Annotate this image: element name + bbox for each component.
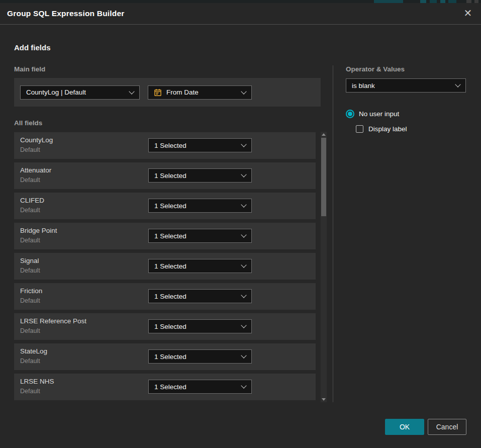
dialog-titlebar: Group SQL Expression Builder ✕ [0, 3, 481, 25]
dialog-title: Group SQL Expression Builder [7, 9, 125, 18]
close-icon[interactable]: ✕ [462, 8, 474, 20]
field-row: StateLog Default 1 Selected [14, 343, 316, 370]
field-name: CLIFED [20, 197, 44, 204]
field-name: LRSE Reference Post [20, 317, 86, 325]
no-user-input-radio[interactable] [346, 110, 354, 118]
field-sublabel: Default [20, 176, 40, 184]
field-sublabel: Default [20, 388, 40, 395]
field-sublabel: Default [20, 357, 40, 365]
main-field-panel: CountyLog | Default From Date [14, 78, 321, 107]
field-selected-value: 1 Selected [154, 202, 242, 210]
field-selected-dropdown[interactable]: 1 Selected [148, 289, 252, 303]
all-fields-list: CountyLog Default 1 Selected Attenuator … [14, 132, 316, 404]
main-field-label: Main field [14, 65, 45, 73]
field-row: LRSE NHS Default 1 Selected [14, 374, 316, 400]
calendar-icon [154, 88, 162, 97]
dialog-body: Add fields Main field CountyLog | Defaul… [0, 25, 481, 448]
field-sublabel: Default [20, 207, 40, 214]
field-selected-value: 1 Selected [154, 293, 242, 300]
field-name: Friction [20, 287, 42, 295]
field-selected-value: 1 Selected [154, 383, 242, 391]
chevron-down-icon [129, 88, 134, 94]
field-selected-dropdown[interactable]: 1 Selected [148, 319, 252, 333]
group-sql-expression-builder-dialog: Group SQL Expression Builder ✕ Add field… [0, 0, 481, 448]
chevron-down-icon [241, 292, 246, 298]
field-selected-dropdown[interactable]: 1 Selected [148, 229, 252, 243]
display-label-checkbox[interactable] [356, 125, 363, 133]
field-selected-value: 1 Selected [154, 353, 242, 361]
field-name: CountyLog [20, 136, 53, 144]
main-field-field-value: From Date [166, 88, 242, 96]
chevron-down-icon [241, 262, 246, 267]
field-selected-value: 1 Selected [154, 262, 242, 270]
operator-select-value: is blank [352, 82, 456, 89]
field-sublabel: Default [20, 237, 40, 244]
field-name: Bridge Point [20, 227, 57, 234]
field-selected-value: 1 Selected [154, 232, 242, 240]
field-row: CountyLog Default 1 Selected [14, 132, 316, 159]
field-row: Attenuator Default 1 Selected [14, 162, 316, 189]
field-sublabel: Default [20, 146, 40, 153]
field-row: Signal Default 1 Selected [14, 253, 316, 280]
field-row: Friction Default 1 Selected [14, 283, 316, 310]
operator-select[interactable]: is blank [346, 78, 466, 93]
field-sublabel: Default [20, 267, 40, 274]
field-name: StateLog [20, 347, 47, 355]
field-selected-value: 1 Selected [154, 172, 242, 180]
field-sublabel: Default [20, 297, 40, 304]
scrollbar-down-arrow-icon[interactable] [322, 398, 326, 401]
field-name: Signal [20, 257, 39, 264]
chevron-down-icon [241, 322, 246, 328]
chevron-down-icon [241, 88, 246, 94]
ok-button[interactable]: OK [385, 419, 424, 435]
field-selected-value: 1 Selected [154, 323, 242, 330]
field-selected-dropdown[interactable]: 1 Selected [148, 259, 252, 273]
operator-values-label: Operator & Values [346, 65, 405, 73]
main-field-source-select[interactable]: CountyLog | Default [20, 85, 140, 100]
field-row: LRSE Reference Post Default 1 Selected [14, 313, 316, 340]
add-fields-heading: Add fields [14, 43, 51, 52]
display-label-option: Display label [356, 125, 407, 133]
list-scrollbar[interactable] [321, 132, 327, 402]
field-row: Bridge Point Default 1 Selected [14, 223, 316, 249]
all-fields-label: All fields [14, 119, 42, 127]
scrollbar-up-arrow-icon[interactable] [322, 133, 326, 136]
chevron-down-icon [241, 202, 246, 207]
field-sublabel: Default [20, 327, 40, 334]
chevron-down-icon [241, 171, 246, 177]
chevron-down-icon [241, 383, 246, 388]
cancel-button[interactable]: Cancel [428, 419, 466, 435]
field-row: CLIFED Default 1 Selected [14, 193, 316, 219]
field-selected-value: 1 Selected [154, 142, 242, 149]
field-selected-dropdown[interactable]: 1 Selected [148, 199, 252, 213]
no-user-input-option: No user input [346, 110, 399, 118]
field-name: Attenuator [20, 166, 51, 174]
chevron-down-icon [241, 232, 246, 237]
field-selected-dropdown[interactable]: 1 Selected [148, 380, 252, 394]
main-field-source-value: CountyLog | Default [26, 88, 130, 96]
field-selected-dropdown[interactable]: 1 Selected [148, 168, 252, 183]
chevron-down-icon [241, 141, 246, 147]
panel-divider [333, 65, 333, 402]
no-user-input-label: No user input [359, 110, 399, 118]
field-name: LRSE NHS [20, 378, 54, 385]
chevron-down-icon [241, 352, 246, 358]
scrollbar-thumb[interactable] [321, 138, 326, 216]
field-selected-dropdown[interactable]: 1 Selected [148, 349, 252, 364]
main-field-field-select[interactable]: From Date [148, 85, 252, 100]
display-label-label: Display label [368, 125, 407, 133]
chevron-down-icon [455, 81, 460, 87]
field-selected-dropdown[interactable]: 1 Selected [148, 138, 252, 152]
